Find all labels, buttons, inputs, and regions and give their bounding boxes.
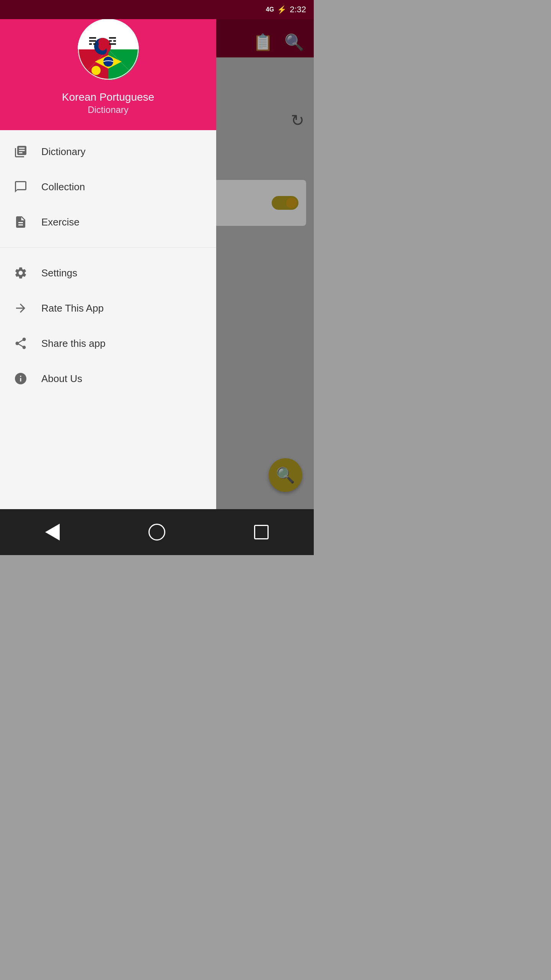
recents-icon xyxy=(254,525,269,539)
svg-point-14 xyxy=(91,66,101,75)
drawer-divider xyxy=(0,247,216,248)
secondary-section: Settings Rate This App Share this xyxy=(0,252,216,400)
about-icon xyxy=(11,369,30,388)
share-icon xyxy=(11,334,30,353)
home-icon xyxy=(148,524,165,541)
drawer-menu: Dictionary Collection Exercise xyxy=(0,130,216,555)
sidebar-item-settings[interactable]: Settings xyxy=(0,255,216,291)
sidebar-item-about[interactable]: About Us xyxy=(0,361,216,396)
rate-icon xyxy=(11,299,30,317)
sidebar-item-about-label: About Us xyxy=(41,373,82,385)
sidebar-item-share[interactable]: Share this app xyxy=(0,326,216,361)
sidebar-item-collection-label: Collection xyxy=(41,181,85,193)
svg-rect-9 xyxy=(109,40,112,42)
svg-rect-7 xyxy=(93,43,96,45)
svg-rect-8 xyxy=(109,37,116,39)
app-name: Korean Portuguese xyxy=(62,90,154,105)
recents-button[interactable] xyxy=(250,521,273,544)
status-bar: 4G ⚡ 2:32 xyxy=(0,0,314,19)
app-subtitle: Dictionary xyxy=(88,105,129,115)
sidebar-item-dictionary-label: Dictionary xyxy=(41,146,86,158)
svg-rect-10 xyxy=(113,40,116,42)
bottom-nav xyxy=(0,509,314,555)
svg-rect-5 xyxy=(89,40,96,42)
navigation-drawer: Korean Portuguese Dictionary Dictionary xyxy=(0,0,216,555)
svg-rect-4 xyxy=(89,37,96,39)
sidebar-item-exercise-label: Exercise xyxy=(41,216,80,228)
exercise-icon xyxy=(11,213,30,231)
sidebar-item-dictionary[interactable]: Dictionary xyxy=(0,134,216,169)
svg-rect-6 xyxy=(89,43,92,45)
sidebar-item-rate[interactable]: Rate This App xyxy=(0,291,216,326)
sidebar-item-share-label: Share this app xyxy=(41,338,106,350)
collection-icon xyxy=(11,178,30,196)
primary-section: Dictionary Collection Exercise xyxy=(0,130,216,243)
sidebar-item-settings-label: Settings xyxy=(41,267,77,279)
status-time: 2:32 xyxy=(290,5,306,15)
back-icon xyxy=(45,524,60,541)
svg-rect-11 xyxy=(109,43,116,45)
sidebar-item-collection[interactable]: Collection xyxy=(0,169,216,204)
app-logo xyxy=(78,19,139,80)
svg-point-13 xyxy=(103,57,113,67)
status-icons: 4G ⚡ 2:32 xyxy=(266,5,306,15)
sidebar-item-exercise[interactable]: Exercise xyxy=(0,204,216,240)
sidebar-item-rate-label: Rate This App xyxy=(41,302,104,314)
back-button[interactable] xyxy=(41,521,64,544)
settings-icon xyxy=(11,264,30,282)
drawer-header: Korean Portuguese Dictionary xyxy=(0,0,216,130)
signal-icon: 4G xyxy=(266,6,274,13)
battery-icon: ⚡ xyxy=(277,5,287,14)
dictionary-icon xyxy=(11,142,30,161)
app-logo-svg xyxy=(78,19,139,80)
home-button[interactable] xyxy=(145,521,168,544)
